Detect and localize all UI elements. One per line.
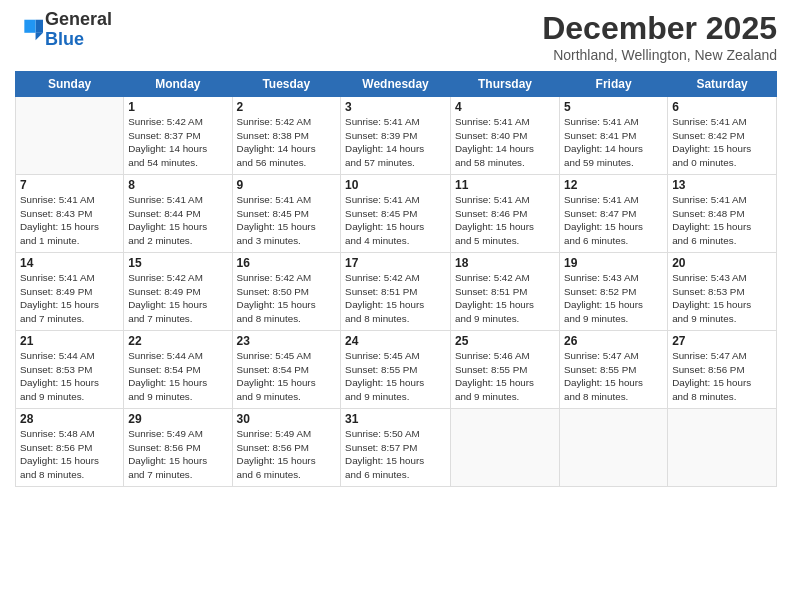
day-number: 21 [20,334,119,348]
day-header-saturday: Saturday [668,72,777,97]
day-number: 15 [128,256,227,270]
day-number: 9 [237,178,337,192]
cell-info: Sunrise: 5:42 AM Sunset: 8:51 PM Dayligh… [345,271,446,326]
header-row: SundayMondayTuesdayWednesdayThursdayFrid… [16,72,777,97]
day-number: 20 [672,256,772,270]
calendar-cell: 9Sunrise: 5:41 AM Sunset: 8:45 PM Daylig… [232,175,341,253]
cell-info: Sunrise: 5:46 AM Sunset: 8:55 PM Dayligh… [455,349,555,404]
calendar-cell: 11Sunrise: 5:41 AM Sunset: 8:46 PM Dayli… [451,175,560,253]
svg-marker-2 [36,33,43,40]
day-header-sunday: Sunday [16,72,124,97]
calendar-cell: 22Sunrise: 5:44 AM Sunset: 8:54 PM Dayli… [124,331,232,409]
cell-info: Sunrise: 5:44 AM Sunset: 8:54 PM Dayligh… [128,349,227,404]
calendar-cell: 10Sunrise: 5:41 AM Sunset: 8:45 PM Dayli… [341,175,451,253]
cell-info: Sunrise: 5:41 AM Sunset: 8:45 PM Dayligh… [345,193,446,248]
day-number: 30 [237,412,337,426]
cell-info: Sunrise: 5:42 AM Sunset: 8:38 PM Dayligh… [237,115,337,170]
day-header-wednesday: Wednesday [341,72,451,97]
day-number: 25 [455,334,555,348]
calendar-cell: 17Sunrise: 5:42 AM Sunset: 8:51 PM Dayli… [341,253,451,331]
calendar-cell: 8Sunrise: 5:41 AM Sunset: 8:44 PM Daylig… [124,175,232,253]
cell-info: Sunrise: 5:43 AM Sunset: 8:52 PM Dayligh… [564,271,663,326]
title-block: December 2025 Northland, Wellington, New… [542,10,777,63]
calendar-title: December 2025 [542,10,777,47]
calendar-cell: 19Sunrise: 5:43 AM Sunset: 8:52 PM Dayli… [560,253,668,331]
cell-info: Sunrise: 5:48 AM Sunset: 8:56 PM Dayligh… [20,427,119,482]
calendar-cell: 12Sunrise: 5:41 AM Sunset: 8:47 PM Dayli… [560,175,668,253]
day-number: 17 [345,256,446,270]
cell-info: Sunrise: 5:41 AM Sunset: 8:48 PM Dayligh… [672,193,772,248]
cell-info: Sunrise: 5:41 AM Sunset: 8:46 PM Dayligh… [455,193,555,248]
calendar-table: SundayMondayTuesdayWednesdayThursdayFrid… [15,71,777,487]
day-header-thursday: Thursday [451,72,560,97]
cell-info: Sunrise: 5:50 AM Sunset: 8:57 PM Dayligh… [345,427,446,482]
calendar-cell: 2Sunrise: 5:42 AM Sunset: 8:38 PM Daylig… [232,97,341,175]
calendar-subtitle: Northland, Wellington, New Zealand [542,47,777,63]
day-header-monday: Monday [124,72,232,97]
day-number: 14 [20,256,119,270]
day-number: 1 [128,100,227,114]
cell-info: Sunrise: 5:42 AM Sunset: 8:51 PM Dayligh… [455,271,555,326]
cell-info: Sunrise: 5:42 AM Sunset: 8:49 PM Dayligh… [128,271,227,326]
calendar-cell: 16Sunrise: 5:42 AM Sunset: 8:50 PM Dayli… [232,253,341,331]
day-number: 27 [672,334,772,348]
day-number: 22 [128,334,227,348]
calendar-cell: 14Sunrise: 5:41 AM Sunset: 8:49 PM Dayli… [16,253,124,331]
calendar-cell: 18Sunrise: 5:42 AM Sunset: 8:51 PM Dayli… [451,253,560,331]
day-header-tuesday: Tuesday [232,72,341,97]
calendar-cell: 4Sunrise: 5:41 AM Sunset: 8:40 PM Daylig… [451,97,560,175]
cell-info: Sunrise: 5:41 AM Sunset: 8:39 PM Dayligh… [345,115,446,170]
calendar-cell [16,97,124,175]
cell-info: Sunrise: 5:41 AM Sunset: 8:49 PM Dayligh… [20,271,119,326]
header: General Blue December 2025 Northland, We… [15,10,777,63]
calendar-cell: 6Sunrise: 5:41 AM Sunset: 8:42 PM Daylig… [668,97,777,175]
calendar-cell: 13Sunrise: 5:41 AM Sunset: 8:48 PM Dayli… [668,175,777,253]
svg-marker-0 [36,20,43,33]
day-number: 16 [237,256,337,270]
calendar-cell: 24Sunrise: 5:45 AM Sunset: 8:55 PM Dayli… [341,331,451,409]
cell-info: Sunrise: 5:41 AM Sunset: 8:41 PM Dayligh… [564,115,663,170]
logo-icon [15,16,43,44]
cell-info: Sunrise: 5:44 AM Sunset: 8:53 PM Dayligh… [20,349,119,404]
cell-info: Sunrise: 5:45 AM Sunset: 8:55 PM Dayligh… [345,349,446,404]
cell-info: Sunrise: 5:42 AM Sunset: 8:37 PM Dayligh… [128,115,227,170]
week-row-2: 14Sunrise: 5:41 AM Sunset: 8:49 PM Dayli… [16,253,777,331]
day-number: 10 [345,178,446,192]
calendar-cell: 7Sunrise: 5:41 AM Sunset: 8:43 PM Daylig… [16,175,124,253]
day-number: 12 [564,178,663,192]
cell-info: Sunrise: 5:41 AM Sunset: 8:40 PM Dayligh… [455,115,555,170]
day-number: 24 [345,334,446,348]
day-number: 7 [20,178,119,192]
day-number: 23 [237,334,337,348]
cell-info: Sunrise: 5:45 AM Sunset: 8:54 PM Dayligh… [237,349,337,404]
day-number: 2 [237,100,337,114]
day-number: 6 [672,100,772,114]
logo-blue-text: Blue [45,29,84,49]
calendar-cell [451,409,560,487]
logo-general-text: General [45,9,112,29]
day-number: 13 [672,178,772,192]
week-row-0: 1Sunrise: 5:42 AM Sunset: 8:37 PM Daylig… [16,97,777,175]
page: General Blue December 2025 Northland, We… [0,0,792,612]
calendar-cell: 28Sunrise: 5:48 AM Sunset: 8:56 PM Dayli… [16,409,124,487]
cell-info: Sunrise: 5:42 AM Sunset: 8:50 PM Dayligh… [237,271,337,326]
calendar-cell [560,409,668,487]
calendar-cell [668,409,777,487]
cell-info: Sunrise: 5:41 AM Sunset: 8:44 PM Dayligh… [128,193,227,248]
calendar-cell: 15Sunrise: 5:42 AM Sunset: 8:49 PM Dayli… [124,253,232,331]
logo: General Blue [15,10,112,50]
calendar-cell: 20Sunrise: 5:43 AM Sunset: 8:53 PM Dayli… [668,253,777,331]
cell-info: Sunrise: 5:49 AM Sunset: 8:56 PM Dayligh… [237,427,337,482]
day-number: 26 [564,334,663,348]
day-number: 11 [455,178,555,192]
calendar-cell: 27Sunrise: 5:47 AM Sunset: 8:56 PM Dayli… [668,331,777,409]
cell-info: Sunrise: 5:47 AM Sunset: 8:55 PM Dayligh… [564,349,663,404]
cell-info: Sunrise: 5:41 AM Sunset: 8:42 PM Dayligh… [672,115,772,170]
calendar-cell: 3Sunrise: 5:41 AM Sunset: 8:39 PM Daylig… [341,97,451,175]
cell-info: Sunrise: 5:41 AM Sunset: 8:43 PM Dayligh… [20,193,119,248]
calendar-cell: 30Sunrise: 5:49 AM Sunset: 8:56 PM Dayli… [232,409,341,487]
day-number: 18 [455,256,555,270]
cell-info: Sunrise: 5:43 AM Sunset: 8:53 PM Dayligh… [672,271,772,326]
day-number: 29 [128,412,227,426]
week-row-3: 21Sunrise: 5:44 AM Sunset: 8:53 PM Dayli… [16,331,777,409]
